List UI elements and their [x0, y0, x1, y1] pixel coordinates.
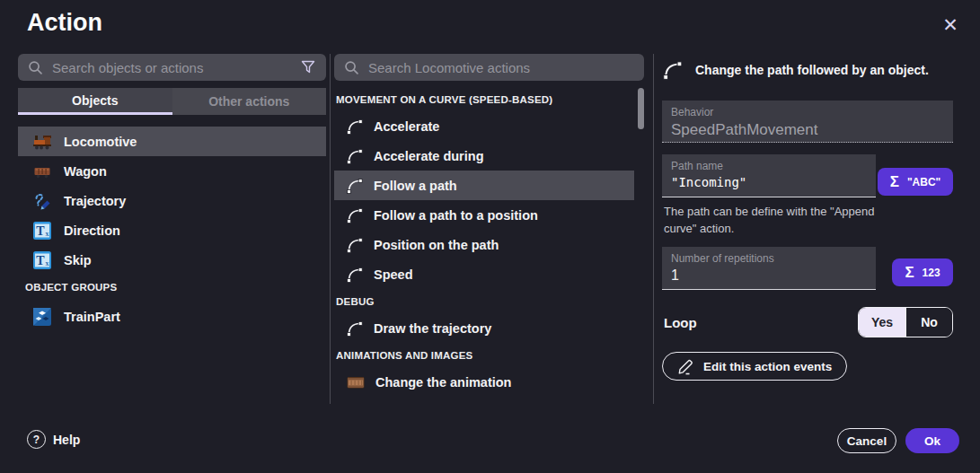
help-icon: ? [27, 430, 46, 449]
repetitions-field[interactable]: Number of repetitions 1 [662, 247, 876, 290]
search-icon [343, 59, 360, 76]
trajectory-icon [32, 191, 52, 211]
behavior-field: Behavior SpeedPathMovement [662, 101, 953, 143]
action-label: Change the animation [375, 375, 511, 390]
locomotive-icon [32, 132, 52, 152]
behavior-label: Behavior [671, 106, 944, 118]
search-icon [27, 59, 44, 76]
repetitions-label: Number of repetitions [671, 252, 867, 265]
actions-search-input[interactable] [368, 60, 635, 75]
behavior-value: SpeedPathMovement [671, 121, 944, 139]
number-expression-button[interactable]: Σ 123 [892, 258, 953, 286]
action-row-speed[interactable]: Speed [334, 259, 634, 289]
action-description: Change the path followed by an object. [695, 63, 929, 77]
objects-search-input[interactable] [52, 60, 291, 75]
action-label: Accelerate [374, 119, 439, 134]
ok-button[interactable]: Ok [905, 428, 959, 453]
action-row-follow-path-to-position[interactable]: Follow a path to a position [334, 200, 634, 230]
object-label: Direction [64, 223, 120, 238]
pencil-icon [677, 357, 695, 375]
edit-action-events-label: Edit this action events [703, 360, 832, 373]
loop-label: Loop [664, 315, 697, 330]
actions-search[interactable] [334, 54, 644, 81]
sigma-icon: Σ [905, 264, 914, 282]
dialog-title: Action [27, 9, 102, 37]
help-button[interactable]: ? Help [27, 430, 80, 449]
expression-button-label: 123 [923, 267, 940, 279]
object-label: Trajectory [64, 194, 126, 208]
object-label: Skip [64, 253, 92, 267]
string-expression-button[interactable]: Σ "ABC" [878, 168, 953, 196]
film-icon [346, 372, 366, 392]
loop-row: Loop Yes No [664, 307, 953, 337]
object-row-locomotive[interactable]: Locomotive [18, 127, 326, 156]
actions-scrollbar [638, 88, 644, 404]
tab-other-actions[interactable]: Other actions [172, 88, 327, 115]
action-row-position-on-path[interactable]: Position on the path [334, 230, 634, 259]
help-label: Help [53, 433, 80, 447]
action-label: Follow a path to a position [374, 208, 538, 223]
scrollbar-thumb[interactable] [638, 88, 644, 129]
action-label: Accelerate during [374, 149, 484, 163]
curve-icon [346, 147, 364, 165]
loop-toggle: Yes No [858, 307, 953, 337]
object-groups-header: OBJECT GROUPS [18, 276, 326, 298]
path-help-text: The path can be define with the "Append … [664, 203, 875, 237]
action-row-change-animation[interactable]: Change the animation [334, 367, 634, 397]
repetitions-value[interactable]: 1 [671, 267, 867, 284]
text-object-icon [32, 221, 52, 241]
action-row-accelerate[interactable]: Accelerate [334, 111, 634, 141]
tab-objects[interactable]: Objects [18, 88, 172, 115]
objects-panel: Objects Other actions Locomotive Wagon T… [18, 54, 326, 404]
object-row-trainpart[interactable]: TrainPart [18, 302, 326, 331]
panel-divider [653, 54, 654, 404]
object-group-icon [32, 307, 52, 327]
action-label: Position on the path [374, 238, 499, 252]
curve-icon [346, 320, 364, 337]
path-name-label: Path name [671, 160, 867, 172]
action-label: Draw the trajectory [374, 321, 491, 336]
curve-icon [346, 236, 364, 254]
filter-icon[interactable] [299, 58, 317, 76]
action-row-follow-a-path[interactable]: Follow a path [334, 171, 634, 200]
object-row-trajectory[interactable]: Trajectory [18, 186, 326, 215]
text-object-icon [32, 250, 52, 270]
wagon-icon [32, 162, 52, 181]
action-row-draw-trajectory[interactable]: Draw the trajectory [334, 313, 634, 343]
sigma-icon: Σ [890, 173, 899, 191]
object-row-wagon[interactable]: Wagon [18, 156, 326, 186]
section-header: DEBUG [334, 289, 644, 313]
action-list: MOVEMENT ON A CURVE (SPEED-BASED) Accele… [334, 87, 644, 397]
curve-icon [346, 177, 364, 195]
object-label: Locomotive [64, 135, 137, 149]
curve-icon [346, 266, 364, 284]
panel-divider [330, 54, 331, 404]
objects-search[interactable] [18, 54, 326, 81]
actions-panel: MOVEMENT ON A CURVE (SPEED-BASED) Accele… [334, 54, 644, 404]
loop-yes-button[interactable]: Yes [859, 308, 905, 337]
action-label: Speed [374, 267, 413, 282]
edit-action-events-button[interactable]: Edit this action events [662, 352, 847, 381]
curve-icon [346, 206, 364, 224]
curve-icon [346, 118, 364, 136]
loop-no-button[interactable]: No [905, 308, 952, 337]
close-icon[interactable]: ✕ [934, 9, 967, 41]
object-row-direction[interactable]: Direction [18, 215, 326, 245]
expression-button-label: "ABC" [907, 176, 940, 188]
action-label: Follow a path [374, 179, 457, 193]
object-label: TrainPart [64, 310, 120, 324]
path-name-value[interactable]: "Incoming" [671, 175, 867, 189]
path-name-field[interactable]: Path name "Incoming" [662, 154, 876, 197]
action-row-accelerate-during[interactable]: Accelerate during [334, 141, 634, 171]
action-dialog: Action ✕ Objects Other actions Locomotiv… [0, 0, 980, 473]
object-tabs: Objects Other actions [18, 88, 326, 115]
curve-icon [662, 59, 684, 81]
action-description-row: Change the path followed by an object. [662, 59, 953, 81]
object-row-skip[interactable]: Skip [18, 245, 326, 275]
section-header: ANIMATIONS AND IMAGES [334, 343, 644, 367]
action-config-panel: Change the path followed by an object. B… [662, 54, 953, 404]
object-label: Wagon [64, 164, 107, 179]
object-list: Locomotive Wagon Trajectory Direction Sk… [18, 127, 326, 331]
section-header: MOVEMENT ON A CURVE (SPEED-BASED) [334, 87, 644, 111]
cancel-button[interactable]: Cancel [837, 428, 896, 453]
